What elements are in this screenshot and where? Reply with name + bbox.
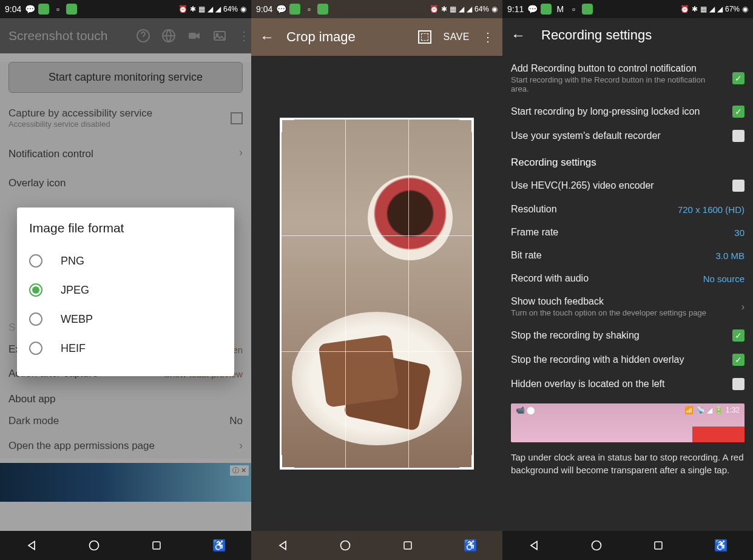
- svg-rect-8: [404, 542, 411, 549]
- nav-back-icon[interactable]: [528, 539, 540, 552]
- radio-icon: [29, 312, 42, 326]
- row-label: Record with audio: [511, 273, 589, 284]
- app2-icon: [582, 4, 593, 15]
- notif-icon: ▫: [53, 4, 62, 14]
- bluetooth-icon: ✱: [692, 5, 698, 13]
- row-label: Bit rate: [511, 250, 542, 261]
- resolution-row[interactable]: Resolution 720 x 1600 (HD): [511, 198, 745, 221]
- nav-recent-icon[interactable]: [402, 540, 413, 551]
- app2-icon: [66, 4, 77, 15]
- crop-canvas[interactable]: [251, 56, 502, 531]
- checkbox-on[interactable]: ✓: [732, 329, 745, 342]
- battery-icon: ◉: [742, 5, 748, 13]
- framerate-row[interactable]: Frame rate 30: [511, 221, 745, 244]
- row-label: Add Recording button to control notifica…: [511, 63, 725, 74]
- nav-home-icon[interactable]: [88, 539, 100, 552]
- signal-icon: ◢: [459, 5, 464, 13]
- nav-back-icon[interactable]: [277, 539, 289, 552]
- chevron-right-icon: ›: [741, 302, 745, 312]
- radio-heif[interactable]: HEIF: [29, 334, 222, 363]
- audio-row[interactable]: Record with audio No source: [511, 267, 745, 290]
- checkbox-on[interactable]: ✓: [732, 354, 745, 366]
- save-button[interactable]: SAVE: [444, 32, 470, 42]
- row-label: Use your system's default recorder: [511, 130, 661, 141]
- nav-bar: ♿: [0, 531, 251, 560]
- svg-point-5: [90, 541, 99, 550]
- checkbox-off[interactable]: [732, 180, 745, 192]
- row-label: Start recording by long-pressing locked …: [511, 106, 700, 117]
- svg-point-9: [592, 541, 601, 550]
- radio-label: WEBP: [61, 313, 93, 326]
- aspect-icon[interactable]: [418, 30, 431, 44]
- crop-handle-tl[interactable]: [280, 118, 294, 132]
- back-icon[interactable]: ←: [260, 29, 274, 46]
- row-label: Stop the recording by shaking: [511, 330, 640, 341]
- lte-icon: ▦: [700, 5, 707, 13]
- nav-back-icon[interactable]: [25, 539, 38, 552]
- svg-rect-6: [153, 542, 160, 549]
- phone-screenshot-touch: 9:04 💬 ▫ ⏰ ✱ ▦ ◢ ◢ 64% ◉ Screenshot touc…: [0, 0, 251, 560]
- signal2-icon: ◢: [215, 5, 221, 13]
- more-icon[interactable]: ⋮: [482, 30, 494, 44]
- hevc-row[interactable]: Use HEVC(H.265) video encoder: [511, 174, 745, 198]
- notif2-icon: ▫: [569, 4, 578, 14]
- checkbox-on[interactable]: ✓: [732, 72, 745, 84]
- nav-recent-icon[interactable]: [653, 540, 664, 551]
- crop-title: Crop image: [286, 29, 406, 45]
- radio-jpeg[interactable]: JPEG: [29, 275, 222, 305]
- settings-toolbar: ← Recording settings: [502, 18, 753, 52]
- settings-content: ← Recording settings Add Recording butto…: [502, 18, 753, 531]
- preview-left-icons: 📹 ⬤: [516, 406, 535, 414]
- crop-handle-bl[interactable]: [280, 455, 294, 470]
- crop-gridline: [408, 120, 409, 468]
- radio-webp[interactable]: WEBP: [29, 305, 222, 334]
- format-dialog: Image file format PNG JPEG WEBP HEIF: [17, 207, 234, 376]
- shake-row[interactable]: Stop the recording by shaking ✓: [511, 323, 745, 348]
- preview-red-area: [692, 427, 745, 442]
- default-recorder-row[interactable]: Use your system's default recorder: [511, 124, 745, 148]
- nav-accessibility-icon[interactable]: ♿: [212, 539, 226, 552]
- row-sub: Start recording with the Record button i…: [511, 75, 725, 93]
- nav-home-icon[interactable]: [339, 539, 351, 552]
- crop-gridline: [345, 120, 346, 468]
- nav-bar: ♿: [251, 531, 502, 560]
- status-bar: 9:11 💬 M ▫ ⏰ ✱ ▦ ◢ ◢ 67% ◉: [502, 0, 753, 18]
- app-icon: [541, 4, 552, 15]
- nav-home-icon[interactable]: [590, 539, 603, 552]
- back-icon[interactable]: ←: [511, 27, 525, 44]
- bitrate-row[interactable]: Bit rate 3.0 MB: [511, 244, 745, 267]
- touch-feedback-row[interactable]: Show touch feedback Turn on the touch op…: [511, 290, 745, 323]
- crop-gridline: [282, 351, 472, 352]
- overlay-row[interactable]: Stop the recording with a hidden overlay…: [511, 348, 745, 372]
- status-time: 9:11: [507, 4, 524, 14]
- nav-accessibility-icon[interactable]: ♿: [464, 539, 477, 552]
- checkbox-off[interactable]: [732, 378, 745, 390]
- long-press-row[interactable]: Start recording by long-pressing locked …: [511, 100, 745, 124]
- crop-handle-br[interactable]: [459, 455, 474, 470]
- crop-handle-tr[interactable]: [459, 118, 474, 132]
- battery-icon: ◉: [240, 5, 246, 13]
- overlay-left-row[interactable]: Hidden overlay is located on the left: [511, 372, 745, 396]
- radio-icon: [29, 254, 42, 268]
- main-content: Screenshot touch ⋮ Start capture monitor…: [0, 18, 251, 531]
- svg-rect-10: [655, 542, 662, 549]
- status-time: 9:04: [5, 4, 21, 14]
- checkbox-off[interactable]: [732, 130, 745, 142]
- crop-frame[interactable]: [280, 118, 474, 470]
- status-bar: 9:04 💬 ▫ ⏰ ✱ ▦ ◢ ◢ 64% ◉: [251, 0, 502, 18]
- checkbox-on[interactable]: ✓: [732, 106, 745, 118]
- nav-recent-icon[interactable]: [151, 540, 162, 551]
- radio-label: PNG: [61, 255, 84, 268]
- add-button-row[interactable]: Add Recording button to control notifica…: [511, 57, 745, 100]
- row-label: Show touch feedback: [511, 296, 734, 307]
- signal2-icon: ◢: [467, 5, 472, 13]
- radio-png[interactable]: PNG: [29, 246, 222, 275]
- preview-right: 📶 📡 ◢ 🔋 1:32: [684, 406, 740, 414]
- row-value: 30: [734, 228, 745, 238]
- crop-image[interactable]: [280, 118, 474, 470]
- app-icon: [38, 4, 49, 15]
- nav-accessibility-icon[interactable]: ♿: [714, 539, 728, 552]
- row-label: Hidden overlay is located on the left: [511, 379, 664, 390]
- app-icon: [289, 4, 300, 15]
- whatsapp-icon: 💬: [25, 4, 35, 14]
